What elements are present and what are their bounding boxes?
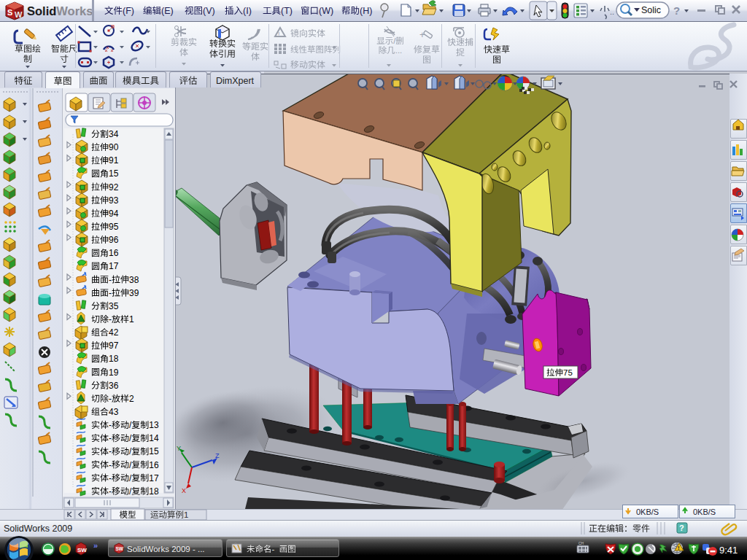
svg-text:43: 43: [109, 407, 119, 417]
svg-text:(I): (I): [243, 6, 252, 16]
svg-text:SW: SW: [116, 546, 124, 551]
svg-text:(E): (E): [161, 6, 174, 16]
svg-text:18: 18: [149, 486, 159, 497]
svg-text:Y: Y: [177, 445, 181, 452]
svg-text:94: 94: [109, 209, 119, 219]
svg-text:-: -: [109, 275, 112, 285]
svg-text:17: 17: [149, 473, 159, 483]
svg-text:36: 36: [109, 381, 119, 391]
svg-text:96: 96: [109, 235, 119, 245]
svg-text:Solic: Solic: [641, 5, 661, 15]
svg-text:90: 90: [109, 142, 119, 152]
svg-text:(F): (F): [123, 6, 134, 16]
svg-text:-: -: [109, 460, 112, 470]
svg-text:SolidWorks: SolidWorks: [27, 4, 93, 18]
svg-text:-: -: [109, 420, 112, 430]
svg-text:X: X: [182, 487, 186, 494]
svg-text:35: 35: [109, 301, 119, 311]
svg-text:93: 93: [109, 195, 119, 206]
svg-text:S: S: [7, 8, 12, 17]
svg-text:-: -: [109, 486, 112, 497]
svg-text:19: 19: [109, 368, 119, 378]
svg-text:CH: CH: [578, 541, 584, 545]
svg-text:?: ?: [673, 4, 680, 17]
svg-text:(V): (V): [203, 6, 215, 16]
svg-text:1: 1: [184, 510, 188, 519]
svg-text:38: 38: [129, 275, 139, 285]
svg-text:-: -: [109, 288, 112, 298]
svg-text:95: 95: [109, 222, 119, 232]
svg-text:DimXpert: DimXpert: [216, 76, 255, 86]
svg-text:(H): (H): [360, 6, 372, 16]
svg-text:13: 13: [149, 420, 159, 430]
svg-text:0KB/S: 0KB/S: [693, 508, 716, 516]
svg-text:-: -: [109, 446, 112, 456]
svg-text:-: -: [109, 473, 112, 483]
svg-text:16: 16: [149, 460, 159, 470]
svg-text:-: -: [109, 314, 112, 324]
svg-text:2: 2: [129, 394, 134, 404]
svg-text:75: 75: [563, 368, 573, 377]
svg-text:(W): (W): [319, 6, 333, 16]
svg-text:97: 97: [109, 341, 119, 351]
svg-text:-: -: [109, 433, 112, 443]
svg-text:!: !: [678, 545, 680, 551]
svg-text:»: »: [93, 541, 98, 550]
svg-text:SW: SW: [77, 547, 87, 553]
svg-text:?: ?: [679, 524, 684, 532]
svg-text:W: W: [15, 10, 23, 19]
svg-text:..: ..: [610, 7, 614, 16]
svg-text:SolidWorks 2009 - ...: SolidWorks 2009 - ...: [127, 545, 205, 553]
svg-text:18: 18: [109, 354, 119, 364]
svg-text:16: 16: [109, 248, 119, 258]
svg-text:Z: Z: [215, 452, 220, 459]
svg-text:17: 17: [109, 261, 119, 271]
svg-text:...: ...: [395, 46, 403, 55]
svg-text:0KB/S: 0KB/S: [636, 508, 659, 516]
svg-text:SolidWorks 2009: SolidWorks 2009: [4, 524, 72, 534]
svg-text:91: 91: [109, 155, 119, 166]
svg-text:9:41: 9:41: [719, 545, 738, 556]
svg-text:15: 15: [109, 168, 119, 179]
svg-text:(T): (T): [281, 6, 293, 16]
svg-text:1: 1: [129, 314, 134, 324]
svg-text:-: -: [109, 394, 112, 404]
svg-text:92: 92: [109, 182, 119, 192]
svg-text:/: /: [393, 36, 396, 45]
svg-text:42: 42: [109, 327, 119, 338]
svg-text:-: -: [272, 545, 275, 553]
svg-text:15: 15: [149, 446, 159, 456]
svg-text:!: !: [278, 31, 280, 38]
svg-text:14: 14: [149, 433, 159, 443]
svg-text:34: 34: [109, 129, 119, 139]
svg-text:39: 39: [129, 288, 139, 298]
